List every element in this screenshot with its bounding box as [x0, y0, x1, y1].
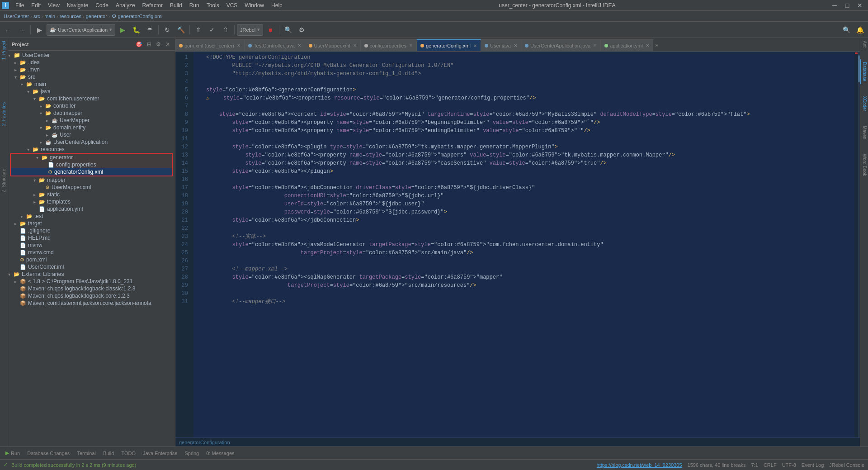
toolbar-search-everywhere[interactable]: 🔍	[840, 24, 853, 36]
breadcrumb-part-2[interactable]: main	[44, 14, 55, 19]
breadcrumb-part-1[interactable]: src	[33, 14, 40, 19]
breadcrumb-part-0[interactable]: UserCenter	[4, 14, 29, 19]
tab-testcontroller[interactable]: TestController.java ✕	[245, 39, 305, 51]
menu-run[interactable]: Run	[186, 1, 203, 9]
tree-item-com-fchen[interactable]: ▾ 📂 com.fchen.usercenter	[8, 95, 175, 102]
status-event-log[interactable]: Event Log	[802, 462, 824, 468]
tab-usercenterapp[interactable]: UserCenterApplication.java ✕	[521, 39, 601, 51]
tree-item-usermapper-xml[interactable]: ⚙ UserMapper.xml	[8, 184, 175, 191]
tab-config-close[interactable]: ✕	[409, 43, 413, 48]
tree-item-idea[interactable]: ▸ 📂 .idea	[8, 59, 175, 66]
tree-item-gitignore[interactable]: 📄 .gitignore	[8, 227, 175, 234]
status-jrebel-console[interactable]: JRebel Console	[829, 462, 864, 468]
maximize-button[interactable]: □	[841, 0, 854, 12]
tree-item-application-yml[interactable]: 📄 application.yml	[8, 205, 175, 213]
tree-item-help-md[interactable]: 📄 HELP.md	[8, 234, 175, 242]
tab-testcontroller-close[interactable]: ✕	[297, 43, 301, 48]
tab-appyml-close[interactable]: ✕	[646, 43, 649, 48]
tab-appyml[interactable]: application.yml ✕	[601, 39, 653, 51]
tree-item-mvnw[interactable]: 📄 mvnw	[8, 242, 175, 249]
tree-item-usercenterapp-java[interactable]: ▸ ☕ UserCenterApplication	[8, 138, 175, 146]
toolbar-settings[interactable]: ⚙	[295, 24, 308, 36]
tree-item-external-libs[interactable]: ▾ 📂 External Libraries	[8, 271, 175, 278]
tree-item-main[interactable]: ▾ 📂 main	[8, 81, 175, 88]
tab-generatorconfig-close[interactable]: ✕	[473, 43, 477, 48]
right-tab-maven[interactable]: Maven	[860, 123, 868, 142]
bottom-tab-java-enterprise[interactable]: Java Enterprise	[139, 449, 181, 458]
tree-item-generatorconfig-xml[interactable]: ⚙ generatorConfig.xml	[11, 168, 172, 176]
sidebar-tree[interactable]: ▾ 📁 UserCenter ▸ 📂 .idea ▸ 📂 .mvn ▾ 📂 sr…	[8, 51, 175, 446]
sidebar-close-icon[interactable]: ✕	[164, 40, 171, 49]
vtab-structure[interactable]: Z: Structure	[0, 166, 7, 195]
run-config-dropdown[interactable]: ☕ UserCenterApplication ▾	[47, 24, 115, 36]
tab-usercenterapp-close[interactable]: ✕	[593, 43, 597, 48]
tree-item-usercenter-iml[interactable]: 📄 UserCenter.iml	[8, 263, 175, 271]
breadcrumb-part-3[interactable]: resources	[60, 14, 81, 19]
toolbar-run-btn[interactable]: ▶	[116, 24, 129, 36]
tree-item-jdk18[interactable]: ▸ 📦 < 1.8 > C:\Program Files\Java\jdk1.8…	[8, 278, 175, 285]
tab-usermapper[interactable]: UserMapper.xml ✕	[305, 39, 361, 51]
status-encoding[interactable]: UTF-8	[782, 462, 796, 468]
menu-file[interactable]: File	[12, 1, 28, 9]
tree-item-target[interactable]: ▸ 📂 target	[8, 220, 175, 227]
menu-view[interactable]: View	[44, 1, 63, 9]
menu-navigate[interactable]: Navigate	[63, 1, 92, 9]
tree-item-user-java[interactable]: ▸ ☕ User	[8, 131, 175, 138]
bottom-tab-dbchanges[interactable]: Database Changes	[24, 449, 73, 458]
tree-item-logback-core[interactable]: 📦 Maven: ch.qos.logback:logback-core:1.2…	[8, 292, 175, 299]
bottom-tab-messages[interactable]: 0: Messages	[203, 449, 238, 458]
tab-pom-close[interactable]: ✕	[237, 43, 241, 48]
toolbar-coverage-btn[interactable]: ☂	[143, 24, 156, 36]
toolbar-vcs-update[interactable]: ⇑	[192, 24, 205, 36]
editor-scrollbar[interactable]	[854, 52, 860, 437]
vtab-project[interactable]: 1: Project	[0, 38, 7, 62]
tree-item-resources[interactable]: ▾ 📂 resources	[8, 146, 175, 153]
close-button[interactable]: ✕	[854, 0, 866, 12]
bottom-tab-terminal[interactable]: Terminal	[73, 449, 99, 458]
toolbar-notifications[interactable]: 🔔	[854, 24, 866, 36]
tree-item-usermapper-java[interactable]: ▸ ☕ UserMapper	[8, 117, 175, 124]
tree-item-pom-xml[interactable]: ⚙ pom.xml	[8, 256, 175, 263]
breadcrumb-part-5[interactable]: ⚙generatorConfig.xml	[112, 13, 163, 19]
menu-help[interactable]: Help	[268, 1, 286, 9]
tree-item-templates[interactable]: ▸ 📂 templates	[8, 198, 175, 205]
right-tab-xcoder[interactable]: XCoder	[860, 93, 868, 114]
code-area[interactable]: <!DOCTYPE generatorConfiguration PUBLIC …	[201, 52, 854, 437]
jrebel-dropdown[interactable]: JRebel ▾	[237, 24, 263, 36]
tree-item-mvn[interactable]: ▸ 📂 .mvn	[8, 66, 175, 73]
tab-generatorconfig[interactable]: generatorConfig.xml ✕	[417, 39, 481, 51]
tree-item-mapper-folder[interactable]: ▾ 📂 mapper	[8, 176, 175, 184]
toolbar-vcs-push[interactable]: ⇧	[219, 24, 232, 36]
status-position[interactable]: 7:1	[751, 462, 758, 468]
menu-window[interactable]: Window	[241, 1, 268, 9]
sidebar-locate-icon[interactable]: 🎯	[134, 40, 144, 49]
menu-refactor[interactable]: Refactor	[139, 1, 166, 9]
status-url[interactable]: https://blog.csdn.net/web_14_9230305	[597, 462, 682, 468]
toolbar-build[interactable]: 🔨	[175, 24, 187, 36]
menu-tools[interactable]: Tools	[203, 1, 223, 9]
toolbar-back[interactable]: ←	[2, 24, 14, 36]
tab-usermapper-close[interactable]: ✕	[353, 43, 357, 48]
toolbar-stop[interactable]: ■	[264, 24, 277, 36]
bottom-tab-todo[interactable]: TODO	[118, 449, 139, 458]
toolbar-run-config[interactable]: ▶	[33, 24, 46, 36]
tree-item-src[interactable]: ▾ 📂 src	[8, 73, 175, 81]
menu-edit[interactable]: Edit	[28, 1, 44, 9]
tree-item-logback-classic[interactable]: 📦 Maven: ch.qos.logback:logback-classic:…	[8, 285, 175, 292]
toolbar-search[interactable]: 🔍	[282, 24, 294, 36]
bottom-tab-spring[interactable]: Spring	[181, 449, 203, 458]
tree-item-dao-mapper[interactable]: ▾ 📂 dao.mapper	[8, 109, 175, 117]
sidebar-collapse-icon[interactable]: ⊟	[146, 40, 153, 49]
right-tab-ant[interactable]: Ant	[860, 38, 868, 50]
tab-pom[interactable]: pom.xml (user_center) ✕	[175, 39, 245, 51]
minimize-button[interactable]: ─	[828, 0, 841, 12]
tab-user-close[interactable]: ✕	[514, 43, 517, 48]
more-tabs-button[interactable]: »	[653, 39, 660, 51]
right-tab-database[interactable]: Database	[860, 59, 868, 84]
vtab-favorites[interactable]: 2: Favorites	[0, 100, 7, 128]
tree-item-mvnw-cmd[interactable]: 📄 mvnw.cmd	[8, 249, 175, 256]
menu-vcs[interactable]: VCS	[223, 1, 241, 9]
right-tab-wordbook[interactable]: Word Book	[860, 151, 868, 179]
tree-item-domain-entity[interactable]: ▾ 📂 domain.entity	[8, 124, 175, 131]
tree-item-controller[interactable]: ▸ 📂 controller	[8, 102, 175, 109]
